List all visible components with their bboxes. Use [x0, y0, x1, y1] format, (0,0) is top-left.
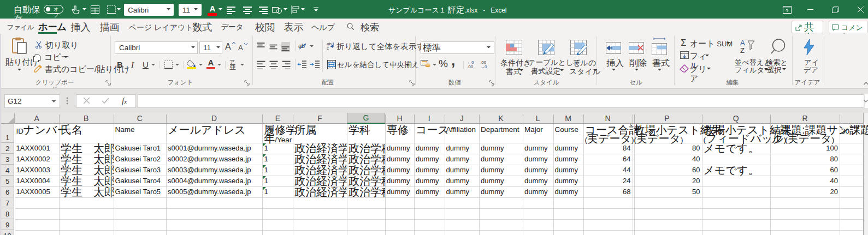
svg-text:Z: Z [740, 46, 745, 55]
svg-text:.00: .00 [467, 64, 474, 68]
svg-text:c: c [327, 46, 329, 50]
svg-text:A: A [740, 39, 745, 47]
svg-text:→0: →0 [480, 64, 487, 68]
svg-text:ab: ab [298, 43, 305, 49]
